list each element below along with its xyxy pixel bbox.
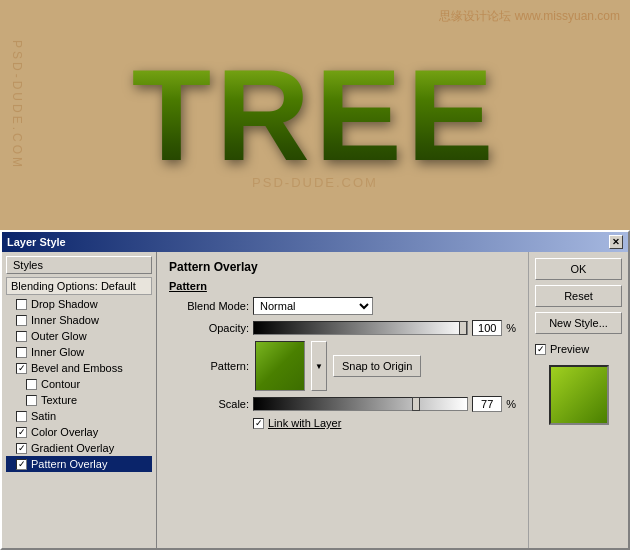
layer-style-dialog: Layer Style ✕ Styles Blending Options: D… (0, 230, 630, 550)
inner-shadow-checkbox[interactable] (16, 315, 27, 326)
opacity-label: Opacity: (169, 322, 249, 334)
pattern-overlay-item[interactable]: Pattern Overlay (6, 456, 152, 472)
preview-label: Preview (550, 343, 589, 355)
pattern-preview[interactable] (255, 341, 305, 391)
ok-button[interactable]: OK (535, 258, 622, 280)
left-panel: Styles Blending Options: Default Drop Sh… (2, 252, 157, 548)
new-style-button[interactable]: New Style... (535, 312, 622, 334)
satin-checkbox[interactable] (16, 411, 27, 422)
contour-checkbox[interactable] (26, 379, 37, 390)
texture-item[interactable]: Texture (6, 392, 152, 408)
scale-row: Scale: % (169, 396, 516, 412)
scale-input[interactable] (472, 396, 502, 412)
snap-to-origin-button[interactable]: Snap to Origin (333, 355, 421, 377)
bevel-emboss-checkbox[interactable] (16, 363, 27, 374)
pattern-row: Pattern: ▼ Snap to Origin (169, 341, 516, 391)
tree-text: TREE (132, 40, 499, 190)
opacity-slider-container: % (253, 320, 516, 336)
watermark-side: PSD-DUDE.COM (10, 40, 24, 170)
link-layer-row: Link with Layer (253, 417, 516, 429)
dialog-title: Layer Style (7, 236, 66, 248)
blending-options-item[interactable]: Blending Options: Default (6, 277, 152, 295)
blend-mode-select[interactable]: Normal Multiply Screen Overlay (253, 297, 373, 315)
texture-checkbox[interactable] (26, 395, 37, 406)
opacity-input[interactable] (472, 320, 502, 336)
opacity-row: Opacity: % (169, 320, 516, 336)
inner-glow-checkbox[interactable] (16, 347, 27, 358)
pattern-label: Pattern: (169, 360, 249, 372)
color-overlay-item[interactable]: Color Overlay (6, 424, 152, 440)
canvas-area: 思缘设计论坛 www.missyuan.com PSD-DUDE.COM PSD… (0, 0, 630, 230)
blend-mode-label: Blend Mode: (169, 300, 249, 312)
watermark-top: 思缘设计论坛 www.missyuan.com (439, 8, 620, 25)
preview-box (549, 365, 609, 425)
blend-mode-row: Blend Mode: Normal Multiply Screen Overl… (169, 297, 516, 315)
section-label: Pattern (169, 280, 516, 292)
scale-percent: % (506, 398, 516, 410)
panel-title: Pattern Overlay (169, 260, 516, 274)
outer-glow-item[interactable]: Outer Glow (6, 328, 152, 344)
preview-checkbox[interactable] (535, 344, 546, 355)
opacity-slider[interactable] (253, 321, 468, 335)
inner-shadow-item[interactable]: Inner Shadow (6, 312, 152, 328)
reset-button[interactable]: Reset (535, 285, 622, 307)
preview-area: Preview (535, 343, 622, 355)
styles-button[interactable]: Styles (6, 256, 152, 274)
link-layer-checkbox[interactable] (253, 418, 264, 429)
middle-panel: Pattern Overlay Pattern Blend Mode: Norm… (157, 252, 528, 548)
pattern-overlay-checkbox[interactable] (16, 459, 27, 470)
drop-shadow-checkbox[interactable] (16, 299, 27, 310)
blending-options-label: Blending Options: Default (11, 280, 136, 292)
link-layer-label: Link with Layer (268, 417, 341, 429)
outer-glow-checkbox[interactable] (16, 331, 27, 342)
inner-glow-item[interactable]: Inner Glow (6, 344, 152, 360)
satin-item[interactable]: Satin (6, 408, 152, 424)
opacity-percent: % (506, 322, 516, 334)
contour-item[interactable]: Contour (6, 376, 152, 392)
pattern-dropdown-arrow[interactable]: ▼ (311, 341, 327, 391)
gradient-overlay-checkbox[interactable] (16, 443, 27, 454)
dialog-body: Styles Blending Options: Default Drop Sh… (2, 252, 628, 548)
bevel-emboss-item[interactable]: Bevel and Emboss (6, 360, 152, 376)
dialog-titlebar: Layer Style ✕ (2, 232, 628, 252)
drop-shadow-item[interactable]: Drop Shadow (6, 296, 152, 312)
gradient-overlay-item[interactable]: Gradient Overlay (6, 440, 152, 456)
scale-label: Scale: (169, 398, 249, 410)
close-button[interactable]: ✕ (609, 235, 623, 249)
color-overlay-checkbox[interactable] (16, 427, 27, 438)
right-panel: OK Reset New Style... Preview (528, 252, 628, 548)
scale-slider-container: % (253, 396, 516, 412)
scale-slider[interactable] (253, 397, 468, 411)
